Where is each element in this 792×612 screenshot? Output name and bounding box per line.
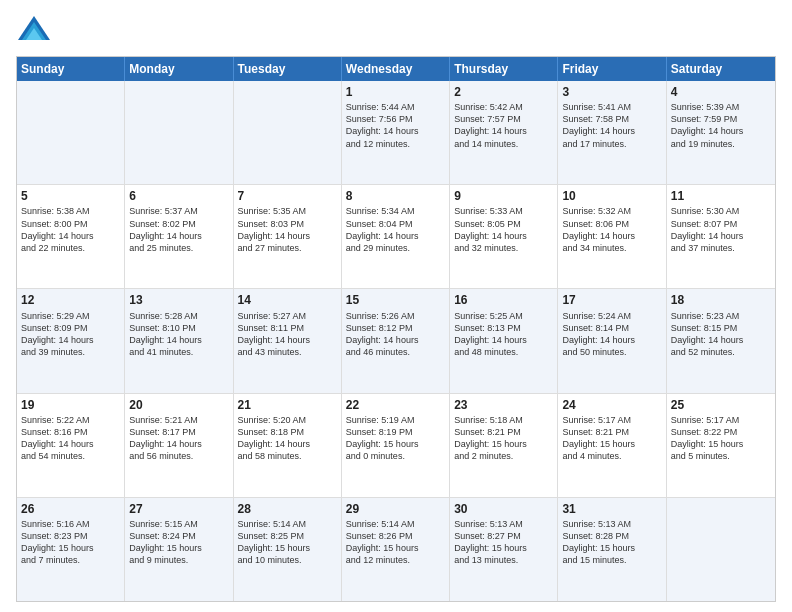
- day-number: 26: [21, 501, 120, 517]
- day-number: 3: [562, 84, 661, 100]
- day-number: 27: [129, 501, 228, 517]
- cell-info: Sunset: 8:22 PM: [671, 426, 771, 438]
- cell-info: Sunrise: 5:22 AM: [21, 414, 120, 426]
- cell-info: Sunset: 7:56 PM: [346, 113, 445, 125]
- day-number: 25: [671, 397, 771, 413]
- day-number: 19: [21, 397, 120, 413]
- day-number: 11: [671, 188, 771, 204]
- cell-info: Sunset: 8:12 PM: [346, 322, 445, 334]
- cell-info: and 34 minutes.: [562, 242, 661, 254]
- cell-info: Sunset: 8:15 PM: [671, 322, 771, 334]
- cell-info: Sunrise: 5:33 AM: [454, 205, 553, 217]
- cell-info: Sunset: 8:18 PM: [238, 426, 337, 438]
- cell-info: Sunrise: 5:14 AM: [346, 518, 445, 530]
- day-number: 13: [129, 292, 228, 308]
- cell-info: and 25 minutes.: [129, 242, 228, 254]
- cell-info: and 41 minutes.: [129, 346, 228, 358]
- calendar-header-row: SundayMondayTuesdayWednesdayThursdayFrid…: [17, 57, 775, 81]
- cell-info: Sunset: 8:27 PM: [454, 530, 553, 542]
- cell-info: Sunset: 8:21 PM: [562, 426, 661, 438]
- day-number: 9: [454, 188, 553, 204]
- day-number: 24: [562, 397, 661, 413]
- calendar-cell: 29Sunrise: 5:14 AMSunset: 8:26 PMDayligh…: [342, 498, 450, 601]
- calendar-cell: 30Sunrise: 5:13 AMSunset: 8:27 PMDayligh…: [450, 498, 558, 601]
- cell-info: and 17 minutes.: [562, 138, 661, 150]
- day-number: 4: [671, 84, 771, 100]
- cell-info: Sunset: 8:23 PM: [21, 530, 120, 542]
- cell-info: Sunset: 8:06 PM: [562, 218, 661, 230]
- cell-info: and 27 minutes.: [238, 242, 337, 254]
- cell-info: Sunrise: 5:16 AM: [21, 518, 120, 530]
- cell-info: Sunset: 8:24 PM: [129, 530, 228, 542]
- cell-info: Sunrise: 5:28 AM: [129, 310, 228, 322]
- cell-info: Sunset: 7:57 PM: [454, 113, 553, 125]
- cell-info: Sunset: 8:03 PM: [238, 218, 337, 230]
- day-number: 15: [346, 292, 445, 308]
- calendar-cell: 8Sunrise: 5:34 AMSunset: 8:04 PMDaylight…: [342, 185, 450, 288]
- cell-info: Sunset: 7:59 PM: [671, 113, 771, 125]
- cell-info: Sunrise: 5:17 AM: [671, 414, 771, 426]
- calendar-cell: 4Sunrise: 5:39 AMSunset: 7:59 PMDaylight…: [667, 81, 775, 184]
- cell-info: Daylight: 15 hours: [671, 438, 771, 450]
- calendar-header-wednesday: Wednesday: [342, 57, 450, 81]
- cell-info: Sunset: 8:26 PM: [346, 530, 445, 542]
- cell-info: Daylight: 14 hours: [671, 230, 771, 242]
- cell-info: and 19 minutes.: [671, 138, 771, 150]
- cell-info: Sunrise: 5:18 AM: [454, 414, 553, 426]
- cell-info: Daylight: 14 hours: [562, 230, 661, 242]
- cell-info: and 37 minutes.: [671, 242, 771, 254]
- cell-info: Sunset: 8:10 PM: [129, 322, 228, 334]
- cell-info: Sunrise: 5:35 AM: [238, 205, 337, 217]
- calendar-cell: 24Sunrise: 5:17 AMSunset: 8:21 PMDayligh…: [558, 394, 666, 497]
- cell-info: Sunrise: 5:13 AM: [454, 518, 553, 530]
- cell-info: and 9 minutes.: [129, 554, 228, 566]
- calendar-cell: 14Sunrise: 5:27 AMSunset: 8:11 PMDayligh…: [234, 289, 342, 392]
- calendar-header-thursday: Thursday: [450, 57, 558, 81]
- cell-info: and 15 minutes.: [562, 554, 661, 566]
- calendar-cell: 22Sunrise: 5:19 AMSunset: 8:19 PMDayligh…: [342, 394, 450, 497]
- cell-info: Daylight: 15 hours: [454, 438, 553, 450]
- cell-info: Daylight: 15 hours: [238, 542, 337, 554]
- calendar-week-2: 5Sunrise: 5:38 AMSunset: 8:00 PMDaylight…: [17, 184, 775, 288]
- cell-info: Sunrise: 5:21 AM: [129, 414, 228, 426]
- cell-info: Sunrise: 5:41 AM: [562, 101, 661, 113]
- day-number: 5: [21, 188, 120, 204]
- calendar-header-monday: Monday: [125, 57, 233, 81]
- day-number: 14: [238, 292, 337, 308]
- day-number: 22: [346, 397, 445, 413]
- calendar-cell: 10Sunrise: 5:32 AMSunset: 8:06 PMDayligh…: [558, 185, 666, 288]
- cell-info: Sunrise: 5:20 AM: [238, 414, 337, 426]
- cell-info: Daylight: 15 hours: [346, 438, 445, 450]
- day-number: 7: [238, 188, 337, 204]
- cell-info: and 48 minutes.: [454, 346, 553, 358]
- cell-info: Daylight: 14 hours: [129, 230, 228, 242]
- cell-info: and 52 minutes.: [671, 346, 771, 358]
- cell-info: and 58 minutes.: [238, 450, 337, 462]
- day-number: 23: [454, 397, 553, 413]
- calendar-cell: 26Sunrise: 5:16 AMSunset: 8:23 PMDayligh…: [17, 498, 125, 601]
- calendar-cell: [125, 81, 233, 184]
- calendar-cell: 3Sunrise: 5:41 AMSunset: 7:58 PMDaylight…: [558, 81, 666, 184]
- calendar-body: 1Sunrise: 5:44 AMSunset: 7:56 PMDaylight…: [17, 81, 775, 601]
- cell-info: Sunset: 8:25 PM: [238, 530, 337, 542]
- cell-info: Sunset: 8:21 PM: [454, 426, 553, 438]
- cell-info: Daylight: 14 hours: [671, 334, 771, 346]
- calendar-cell: 12Sunrise: 5:29 AMSunset: 8:09 PMDayligh…: [17, 289, 125, 392]
- day-number: 17: [562, 292, 661, 308]
- cell-info: Daylight: 14 hours: [346, 125, 445, 137]
- cell-info: Sunset: 8:16 PM: [21, 426, 120, 438]
- cell-info: and 46 minutes.: [346, 346, 445, 358]
- day-number: 30: [454, 501, 553, 517]
- cell-info: Daylight: 15 hours: [562, 438, 661, 450]
- cell-info: Daylight: 14 hours: [238, 334, 337, 346]
- cell-info: Sunrise: 5:17 AM: [562, 414, 661, 426]
- cell-info: and 2 minutes.: [454, 450, 553, 462]
- day-number: 6: [129, 188, 228, 204]
- cell-info: Sunset: 8:19 PM: [346, 426, 445, 438]
- cell-info: Daylight: 14 hours: [346, 230, 445, 242]
- calendar-week-4: 19Sunrise: 5:22 AMSunset: 8:16 PMDayligh…: [17, 393, 775, 497]
- cell-info: Sunrise: 5:13 AM: [562, 518, 661, 530]
- calendar-cell: 15Sunrise: 5:26 AMSunset: 8:12 PMDayligh…: [342, 289, 450, 392]
- calendar-cell: [234, 81, 342, 184]
- day-number: 16: [454, 292, 553, 308]
